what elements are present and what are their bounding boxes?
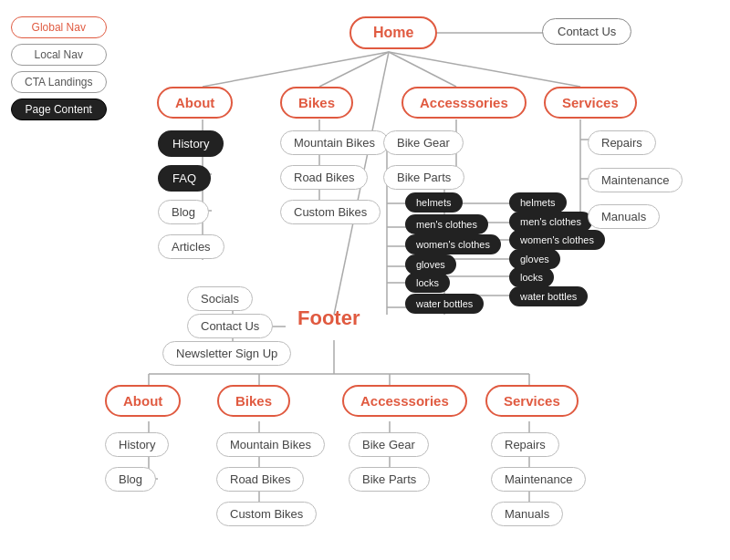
footer-node[interactable]: Footer: [297, 306, 360, 330]
footer-services-repairs[interactable]: Repairs: [491, 432, 559, 457]
gear-mens-clothes[interactable]: men's clothes: [405, 214, 488, 234]
footer-services-header[interactable]: Services: [485, 385, 579, 417]
services-repairs[interactable]: Repairs: [588, 130, 656, 155]
bikes-custom[interactable]: Custom Bikes: [280, 200, 381, 224]
gear-water-bottles[interactable]: water bottles: [405, 294, 484, 314]
about-blog[interactable]: Blog: [158, 200, 209, 224]
footer-about-blog[interactable]: Blog: [105, 467, 156, 492]
footer-services-manuals[interactable]: Manuals: [491, 502, 563, 526]
footer-about-history[interactable]: History: [105, 432, 169, 457]
legend-cta-landings[interactable]: CTA Landings: [11, 71, 107, 93]
services-maintenance[interactable]: Maintenance: [588, 168, 683, 192]
footer-accessories-gear[interactable]: Bike Gear: [349, 432, 429, 457]
gear-womens-clothes[interactable]: women's clothes: [405, 234, 501, 254]
footer-contact-us[interactable]: Contact Us: [187, 314, 273, 338]
svg-line-0: [203, 52, 389, 87]
legend-local-nav[interactable]: Local Nav: [11, 44, 107, 66]
accessories-bike-gear[interactable]: Bike Gear: [383, 130, 464, 155]
accessories-header[interactable]: Accesssories: [402, 87, 527, 119]
gear-helmets[interactable]: helmets: [405, 192, 463, 213]
about-faq[interactable]: FAQ: [158, 165, 211, 192]
accessories-bike-parts[interactable]: Bike Parts: [383, 165, 464, 190]
footer-socials[interactable]: Socials: [187, 286, 253, 311]
parts-gloves[interactable]: gloves: [509, 249, 560, 269]
services-manuals[interactable]: Manuals: [588, 204, 660, 229]
footer-bikes-road[interactable]: Road Bikes: [216, 467, 304, 492]
footer-newsletter[interactable]: Newsletter Sign Up: [162, 341, 291, 366]
about-history[interactable]: History: [158, 130, 224, 157]
gear-gloves[interactable]: gloves: [405, 254, 456, 275]
footer-bikes-custom[interactable]: Custom Bikes: [216, 502, 317, 526]
legend-global-nav[interactable]: Global Nav: [11, 16, 107, 38]
bikes-mountain[interactable]: Mountain Bikes: [280, 130, 389, 155]
parts-helmets[interactable]: helmets: [509, 192, 567, 213]
footer-accessories-parts[interactable]: Bike Parts: [349, 467, 430, 492]
home-node[interactable]: Home: [349, 16, 437, 49]
footer-services-maintenance[interactable]: Maintenance: [491, 467, 586, 492]
legend-page-content[interactable]: Page Content: [11, 99, 107, 120]
about-header[interactable]: About: [157, 87, 233, 119]
services-header[interactable]: Services: [544, 87, 637, 119]
parts-water-bottles[interactable]: water bottles: [509, 286, 588, 306]
legend: Global Nav Local Nav CTA Landings Page C…: [11, 16, 107, 120]
bikes-header[interactable]: Bikes: [280, 87, 353, 119]
svg-line-2: [389, 52, 456, 87]
contact-us-top[interactable]: Contact Us: [542, 18, 631, 45]
footer-about-header[interactable]: About: [105, 385, 181, 417]
parts-womens-clothes[interactable]: women's clothes: [509, 230, 605, 250]
gear-locks[interactable]: locks: [405, 273, 450, 293]
footer-bikes-mountain[interactable]: Mountain Bikes: [216, 432, 325, 457]
about-articles[interactable]: Articles: [158, 234, 224, 259]
svg-line-1: [319, 52, 389, 87]
footer-accessories-header[interactable]: Accesssories: [342, 385, 467, 417]
parts-locks[interactable]: locks: [509, 267, 554, 287]
footer-bikes-header[interactable]: Bikes: [217, 385, 290, 417]
parts-mens-clothes[interactable]: men's clothes: [509, 212, 592, 232]
bikes-road[interactable]: Road Bikes: [280, 165, 368, 190]
svg-line-3: [389, 52, 580, 87]
